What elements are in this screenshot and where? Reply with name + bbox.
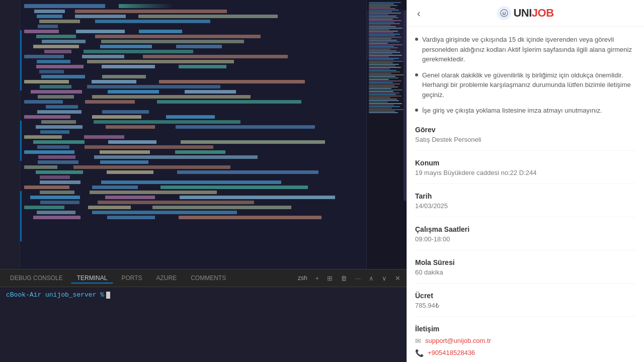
label-tarih: Tarih: [415, 192, 636, 200]
label-konum: Konum: [415, 159, 636, 167]
gutter: [0, 0, 20, 269]
terminal-toolbar: zsh + ⊞ 🗑 ··· ∧ ∨ ✕: [296, 274, 403, 283]
bullet-item-3: İşe giriş ve çıkışta yoklama listesine i…: [415, 106, 636, 116]
value-gorev: Satış Destek Personeli: [415, 136, 636, 143]
logo-text: UNIJOB: [513, 7, 553, 20]
bullet-item-1: Vardiya girişinde ve çıkışında 15 dk içi…: [415, 35, 636, 64]
back-button[interactable]: ‹: [415, 6, 423, 21]
tab-ports[interactable]: PORTS: [115, 273, 148, 284]
phone-icon: 📞: [415, 349, 424, 357]
prompt-text: cBook-Air unijob_server %: [6, 291, 104, 299]
mobile-app-panel: ‹ U UNIJOB Vardiya girişinde ve çıkışınd…: [407, 0, 644, 362]
code-text: [20, 0, 366, 269]
value-calisma: 09:00-18:00: [415, 235, 636, 243]
bullet-text-3: İşe giriş ve çıkışta yoklama listesine i…: [422, 106, 602, 116]
label-mola: Mola Süresi: [415, 258, 636, 266]
shell-label: zsh: [296, 274, 309, 283]
contact-email-item: ✉ support@unijob.com.tr: [415, 337, 636, 345]
contact-phone-item: 📞 +905418528436: [415, 349, 636, 357]
contact-email[interactable]: support@unijob.com.tr: [425, 337, 491, 344]
split-icon[interactable]: ⊞: [325, 274, 335, 283]
terminal-panel: DEBUG CONSOLE TERMINAL PORTS AZURE COMME…: [0, 269, 407, 362]
minimap-viewport: [367, 10, 404, 60]
code-line-marker-3: [20, 191, 22, 241]
code-line-marker-2: [20, 121, 22, 161]
app-content[interactable]: Vardiya girişinde ve çıkışında 15 dk içi…: [407, 27, 644, 362]
collapse-down-icon[interactable]: ∨: [380, 274, 389, 283]
logo-prefix: UNI: [513, 7, 531, 19]
bullet-text-1: Vardiya girişinde ve çıkışında 15 dk içi…: [422, 35, 636, 64]
bullet-dot-1: [415, 38, 418, 41]
close-terminal-icon[interactable]: ✕: [393, 274, 403, 283]
bullets-section: Vardiya girişinde ve çıkışında 15 dk içi…: [415, 35, 636, 116]
terminal-cursor: [106, 292, 110, 299]
tab-terminal[interactable]: TERMINAL: [71, 273, 114, 284]
minimap-scrollbar[interactable]: [404, 10, 407, 201]
plus-icon[interactable]: +: [313, 274, 321, 283]
info-tarih: Tarih 14/03/2025: [415, 192, 636, 217]
terminal-body: cBook-Air unijob_server %: [0, 287, 407, 362]
info-ucret: Ücret 785.94₺: [415, 292, 636, 317]
collapse-up-icon[interactable]: ∧: [367, 274, 376, 283]
info-calisma: Çalışma Saatleri 09:00-18:00: [415, 225, 636, 250]
code-editor: [0, 0, 407, 269]
bullet-dot-3: [415, 109, 418, 112]
label-gorev: Görev: [415, 126, 636, 134]
tab-azure[interactable]: AZURE: [150, 273, 183, 284]
info-konum: Konum 19 mayıs Büyükdere caddesi no:22 D…: [415, 159, 636, 184]
code-area: [0, 0, 366, 269]
label-ucret: Ücret: [415, 292, 636, 300]
code-line-marker-1: [20, 30, 22, 90]
svg-text:U: U: [503, 11, 506, 16]
value-ucret: 785.94₺: [415, 302, 636, 309]
tab-comments[interactable]: COMMENTS: [185, 273, 232, 284]
trash-icon[interactable]: 🗑: [339, 274, 349, 283]
terminal-tab-bar: DEBUG CONSOLE TERMINAL PORTS AZURE COMME…: [0, 269, 407, 287]
minimap: [366, 0, 407, 269]
contact-section: İletişim ✉ support@unijob.com.tr 📞 +9054…: [415, 325, 636, 357]
tab-debug-console[interactable]: DEBUG CONSOLE: [4, 273, 69, 284]
terminal-prompt: cBook-Air unijob_server %: [6, 291, 400, 299]
code-visual: [0, 0, 407, 269]
vscode-panel: DEBUG CONSOLE TERMINAL PORTS AZURE COMME…: [0, 0, 407, 362]
more-icon[interactable]: ···: [353, 274, 363, 283]
label-calisma: Çalışma Saatleri: [415, 225, 636, 233]
info-mola: Mola Süresi 60 dakika: [415, 258, 636, 284]
logo-icon: U: [497, 6, 511, 20]
logo-suffix: JOB: [532, 7, 554, 19]
logo-svg: U: [500, 9, 509, 18]
bullet-text-2: Genel olarak dakiklik ve güvenilirlik iş…: [422, 70, 636, 100]
bullet-dot-2: [415, 73, 418, 76]
app-logo: U UNIJOB: [497, 6, 553, 20]
email-icon: ✉: [415, 337, 421, 345]
contact-phone[interactable]: +905418528436: [428, 349, 475, 356]
value-konum: 19 mayıs Büyükdere caddesi no:22 D:244: [415, 169, 636, 176]
contact-label: İletişim: [415, 325, 636, 333]
info-gorev: Görev Satış Destek Personeli: [415, 126, 636, 151]
bullet-item-2: Genel olarak dakiklik ve güvenilirlik iş…: [415, 70, 636, 100]
app-header: ‹ U UNIJOB: [407, 0, 644, 27]
value-tarih: 14/03/2025: [415, 202, 636, 210]
value-mola: 60 dakika: [415, 268, 636, 276]
